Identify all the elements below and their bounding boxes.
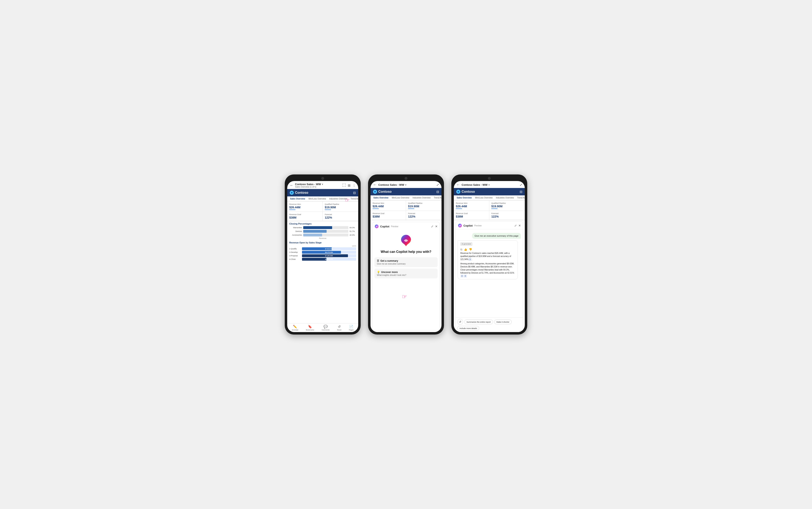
tab-winloss[interactable]: Win/Loss Overview	[390, 195, 411, 201]
metric-value: $26.44M	[456, 205, 487, 208]
nav-pages[interactable]: 📄 Pages	[349, 325, 354, 331]
nav-bookmarks[interactable]: 🔖 Bookmarks	[306, 325, 314, 331]
citation-1: 1	[468, 258, 471, 261]
tab-winloss[interactable]: Win/Loss Overview	[307, 196, 328, 202]
copilot-logo-svg	[399, 234, 413, 247]
filter-icon[interactable]: ⊟	[353, 191, 356, 195]
metric-underline	[408, 208, 414, 209]
metrics-grid: Revenue Won $26.44M Qualified Pipeline $…	[287, 202, 358, 221]
stacked-value: $7,912.02K	[325, 248, 333, 250]
metric-value: $19.90M	[408, 205, 439, 208]
tab-sales-overview[interactable]: Sales Overview	[288, 196, 307, 202]
pct-bar-header: 100%	[289, 245, 356, 247]
nav-comments[interactable]: 💬 Comments	[322, 325, 330, 331]
bar-label: Devices	[289, 230, 302, 232]
app-title: Contoso Sales - WW ∨	[462, 183, 518, 186]
nav-label: Annotate	[292, 329, 298, 331]
back-button[interactable]: ←	[290, 183, 293, 188]
more-icon[interactable]: ⋮	[352, 183, 356, 188]
ai-response: AI generated ⧉ 👍 👎 Revenue for Contoso's…	[458, 240, 518, 279]
metric-value: $26.44M	[289, 206, 320, 209]
tab-sales-overview[interactable]: Sales Overview	[455, 195, 473, 201]
include-more-details-button[interactable]: Include more details	[457, 326, 479, 331]
copilot-chat-panel: Copilot Preview ⤢ ✕ Give me an executive…	[455, 222, 523, 332]
metric-label: Revenue Goal	[373, 212, 404, 214]
tab-winloss[interactable]: Win/Loss Overview	[473, 195, 494, 201]
expand-icon[interactable]: ⤢	[436, 183, 439, 187]
tab-sales-overview[interactable]: Sales Overview	[372, 195, 390, 201]
tab-trend[interactable]: Trend Analytics	[516, 195, 525, 201]
filter-icon[interactable]: ⊟	[520, 190, 522, 194]
copilot-logo-big	[399, 234, 413, 247]
metric-label: Revenue Won	[373, 202, 404, 204]
stacked-track: $7,912.02K	[302, 247, 356, 250]
bar-label: Accessories	[289, 234, 302, 236]
thumbs-down-icon[interactable]: 👎	[469, 247, 472, 251]
close-copilot-icon[interactable]: ✕	[435, 225, 437, 228]
copilot-icon	[458, 223, 462, 228]
metrics-grid: Revenue Won $26.44M Qualified Pipeline $…	[370, 201, 442, 220]
expand-icon[interactable]: ⛶	[343, 183, 346, 187]
chevron-down-icon: ∨	[488, 184, 490, 186]
phone-2-notch	[404, 177, 408, 180]
user-message: Give me an executive summary of this pag…	[472, 233, 521, 239]
copilot-option-summary[interactable]: ☰ Get a summary Give me an executive sum…	[375, 258, 437, 267]
bar-track	[303, 234, 348, 236]
refresh-button[interactable]: ↺	[457, 319, 463, 325]
phone-1-notch	[321, 177, 324, 180]
ai-badge: AI generated	[460, 242, 472, 246]
copilot-preview: Preview	[391, 225, 398, 228]
tab-industries[interactable]: Industries Overview	[328, 196, 349, 202]
metric-value: $38M	[289, 216, 320, 219]
phone-2-screen: ← Contoso Sales - WW ∨ ⤢ Contoso	[370, 181, 442, 332]
copilot-header: Copilot Preview ⤢ ✕	[375, 224, 437, 229]
tab-industries[interactable]: Industries Overview	[411, 195, 432, 201]
chevron-down-icon: ∨	[405, 184, 407, 186]
copilot-title-row: Copilot Preview	[458, 223, 482, 228]
contoso-dot-inner	[458, 191, 459, 193]
phone-3-topbar: ← Contoso Sales - WW ∨ ⤢	[454, 181, 525, 188]
expand-icon[interactable]: ⤢	[520, 183, 522, 187]
metric-revenue-won: Revenue Won $26.44M	[454, 201, 489, 211]
comment-icon: 💬	[323, 325, 328, 329]
title-area: Contoso Sales - WW ∨	[378, 183, 435, 186]
copilot-label: Copilot	[463, 224, 473, 227]
copilot-option-uncover[interactable]: 💡 Uncover more What insights should I lo…	[375, 269, 437, 278]
nav-annotate[interactable]: ✏️ Annotate	[292, 325, 298, 331]
contoso-logo: Contoso	[373, 190, 392, 194]
app-title: Contoso Sales - WW ∨	[295, 183, 341, 186]
summarize-report-button[interactable]: Summarize the entire report	[464, 319, 493, 324]
thumbs-up-icon[interactable]: 👍	[464, 247, 467, 251]
stacked-row-qualify: 1-Qualify $7,912.02K	[289, 247, 356, 250]
nav-label: Reset	[337, 329, 341, 331]
stacked-track: $7,264.68K	[302, 254, 356, 257]
nav-reset[interactable]: ↺ Reset	[337, 325, 341, 331]
layers-icon[interactable]: ⊞	[348, 183, 350, 188]
close-copilot-icon[interactable]: ✕	[519, 224, 521, 227]
copilot-header-actions: ⤢ ✕	[514, 224, 521, 227]
tab-trend[interactable]: Trend Analytics	[432, 195, 442, 201]
make-shorter-button[interactable]: Make it shorter	[494, 319, 511, 324]
top-icons: ⛶ ⊞ ⋮	[343, 183, 356, 188]
metric-label: Revenue Won	[456, 202, 487, 204]
contoso-name: Contoso	[462, 190, 475, 194]
citation-3: 3	[464, 275, 467, 277]
contoso-header: Contoso ⊟	[454, 188, 525, 195]
metric-qualified-pipeline: Qualified Pipeline $19.90M	[323, 202, 358, 212]
tab-industries[interactable]: Industries Overview	[494, 195, 516, 201]
copy-icon[interactable]: ⧉	[460, 247, 462, 251]
stacked-track: $8,170.42K	[302, 251, 356, 254]
chart-xlabel: Revenue	[289, 237, 356, 239]
expand-copilot-icon[interactable]: ⤢	[431, 225, 433, 228]
top-icons: ⤢	[436, 183, 439, 187]
tab-trend[interactable]: Trend Analytics	[349, 196, 358, 202]
metric-label: Forecast	[325, 213, 356, 215]
title-area: Contoso Sales - WW ∨ Sales Overview (1 o…	[295, 183, 341, 188]
top-icons: ⤢	[520, 183, 522, 187]
metric-underline	[491, 208, 497, 209]
stacked-fill	[302, 251, 341, 254]
filter-icon[interactable]: ⊟	[436, 190, 439, 194]
back-button[interactable]: ←	[456, 183, 460, 187]
back-button[interactable]: ←	[373, 183, 377, 187]
expand-copilot-icon[interactable]: ⤢	[514, 224, 517, 227]
